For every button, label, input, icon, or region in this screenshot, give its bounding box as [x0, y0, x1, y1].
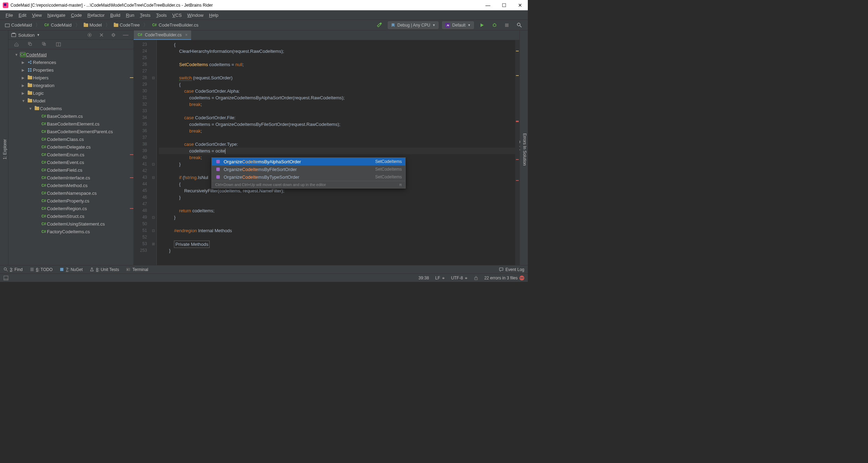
tree-item[interactable]: C#BaseCodeItemElementParent.cs: [8, 128, 133, 135]
tree-item[interactable]: C#CodeItemEvent.cs: [8, 158, 133, 166]
debug-button[interactable]: [490, 22, 499, 28]
tree-item[interactable]: C#BaseCodeItem.cs: [8, 112, 133, 120]
cs-file-icon: C#: [137, 33, 143, 37]
close-button[interactable]: ✕: [515, 2, 525, 9]
close-icon[interactable]: ×: [185, 33, 188, 37]
gear-icon[interactable]: [109, 31, 118, 39]
tree-item[interactable]: C#CodeItemNamespace.cs: [8, 189, 133, 197]
tool-terminal[interactable]: Terminal: [126, 267, 148, 272]
line-ending[interactable]: LF ≑: [435, 276, 445, 280]
breadcrumb-item[interactable]: C#CodeTreeBuilder.cs: [150, 22, 200, 28]
tree-item[interactable]: C#CodeItemField.cs: [8, 166, 133, 174]
tab-structure[interactable]: Structure: [0, 137, 2, 162]
solution-tree[interactable]: ▼C#CodeMaid▶References▶Properties▶Helper…: [8, 49, 133, 265]
tree-item[interactable]: ▶Logic: [8, 89, 133, 97]
minimize-button[interactable]: —: [483, 2, 493, 9]
sort-icon[interactable]: [40, 41, 49, 48]
stop-button[interactable]: [503, 22, 511, 28]
hide-icon[interactable]: —: [121, 31, 131, 39]
code-content[interactable]: { ClearHierarchyInformation(request.RawC…: [157, 40, 515, 265]
build-hammer-icon[interactable]: [374, 22, 384, 29]
tree-item[interactable]: C#CodeItemClass.cs: [8, 135, 133, 143]
menu-window[interactable]: Window: [184, 12, 206, 19]
editor[interactable]: 2324252627282930313233343536373839404142…: [134, 40, 519, 265]
menu-run[interactable]: Run: [123, 12, 137, 19]
expand-icon[interactable]: [97, 31, 106, 39]
maximize-button[interactable]: ☐: [499, 2, 509, 9]
menu-tools[interactable]: Tools: [153, 12, 169, 19]
run-button[interactable]: [477, 22, 486, 28]
svg-rect-34: [28, 70, 29, 72]
method-icon: [215, 174, 221, 180]
tree-item[interactable]: C#CodeItemRegion.cs: [8, 205, 133, 212]
tree-item[interactable]: ▶References: [8, 58, 133, 66]
title-bar: CodeMaid [C:\repos\codemaid-master] - ..…: [0, 0, 528, 10]
search-icon[interactable]: [514, 22, 524, 29]
collapse-all-icon[interactable]: [26, 41, 35, 48]
encoding[interactable]: UTF-8 ≑: [451, 276, 468, 280]
tab-errors-in-solution[interactable]: Errors In Solution: [522, 130, 528, 169]
menu-help[interactable]: Help: [206, 12, 221, 19]
cursor-position[interactable]: 39:38: [419, 276, 429, 280]
tree-item[interactable]: C#CodeItemStruct.cs: [8, 212, 133, 220]
breadcrumb-item[interactable]: Model: [82, 22, 103, 28]
menu-vcs[interactable]: VCS: [169, 12, 184, 19]
chevron-down-icon[interactable]: ▼: [37, 33, 40, 37]
tree-item[interactable]: C#CodeItemInterface.cs: [8, 174, 133, 181]
completion-item[interactable]: OrganizeCodeItemsByFileSortOrderSetCodeI…: [212, 165, 405, 173]
tree-item[interactable]: C#CodeItemEnum.cs: [8, 151, 133, 158]
svg-rect-33: [30, 68, 31, 70]
run-config-label: Default: [452, 23, 465, 28]
editor-tab[interactable]: C# CodeTreeBuilder.cs ×: [134, 30, 191, 40]
fold-gutter[interactable]: ⊟⊡⊟⊡⊡⊞: [150, 40, 157, 265]
svg-rect-46: [4, 276, 8, 280]
menu-refactor[interactable]: Refactor: [85, 12, 107, 19]
breadcrumb-item[interactable]: CodeMaid: [4, 22, 33, 28]
error-count[interactable]: 22 errors in 3 files —: [484, 276, 524, 280]
preview-icon[interactable]: [54, 41, 63, 48]
menu-tests[interactable]: Tests: [137, 12, 153, 19]
completion-popup[interactable]: OrganizeCodeItemsByAlphaSortOrderSetCode…: [211, 157, 406, 188]
build-config-dropdown[interactable]: Debug | Any CPU ▼: [388, 21, 439, 29]
menu-build[interactable]: Build: [107, 12, 123, 19]
tree-item[interactable]: ▶Integration: [8, 81, 133, 89]
tree-item[interactable]: ▼C#CodeMaid: [8, 51, 133, 58]
menu-edit[interactable]: Edit: [16, 12, 29, 19]
svg-rect-32: [28, 68, 29, 70]
window-title: CodeMaid [C:\repos\codemaid-master] - ..…: [10, 3, 483, 8]
tree-item[interactable]: C#CodeItemDelegate.cs: [8, 143, 133, 151]
tool-unittests[interactable]: 8: Unit Tests: [90, 267, 119, 272]
menu-navigate[interactable]: Navigate: [44, 12, 68, 19]
tree-item[interactable]: ▶Helpers: [8, 74, 133, 81]
tree-item[interactable]: ▼Model: [8, 97, 133, 105]
menu-code[interactable]: Code: [68, 12, 85, 19]
home-icon[interactable]: [12, 41, 21, 48]
run-config-dropdown[interactable]: .N Default ▼: [442, 21, 474, 29]
breadcrumb-item[interactable]: C#CodeMaid: [42, 22, 73, 28]
breadcrumb-item[interactable]: CodeTree: [112, 22, 141, 28]
tree-item[interactable]: C#CodeItemUsingStatement.cs: [8, 220, 133, 228]
menu-file[interactable]: File: [3, 12, 16, 19]
tree-item[interactable]: C#FactoryCodeItems.cs: [8, 228, 133, 235]
tab-explorer[interactable]: 1: Explorer: [2, 136, 8, 163]
tree-item[interactable]: C#CodeItemMethod.cs: [8, 181, 133, 189]
completion-item[interactable]: OrganizeCodeItemsByAlphaSortOrderSetCode…: [212, 158, 405, 165]
svg-text:.N: .N: [446, 24, 449, 27]
menu-view[interactable]: View: [29, 12, 44, 19]
error-stripe[interactable]: [515, 40, 519, 265]
svg-line-40: [6, 270, 8, 271]
layout-icon[interactable]: [4, 276, 8, 280]
event-log-button[interactable]: Event Log: [499, 267, 524, 272]
left-tool-tabs: 1: Explorer Structure 2: Favorites: [0, 30, 8, 265]
tool-todo[interactable]: 6: TODO: [30, 267, 53, 272]
tool-nuget[interactable]: 7: NuGet: [59, 267, 83, 272]
completion-item[interactable]: OrganizeCodeItemsByTypeSortOrderSetCodeI…: [212, 173, 405, 181]
lock-icon[interactable]: [474, 276, 478, 280]
tool-find[interactable]: 3: Find: [4, 267, 23, 272]
tree-item[interactable]: C#CodeItemProperty.cs: [8, 197, 133, 205]
target-icon[interactable]: [85, 31, 94, 39]
tree-item[interactable]: ▶Properties: [8, 66, 133, 74]
tree-item[interactable]: C#BaseCodeItemElement.cs: [8, 120, 133, 128]
tree-item[interactable]: ▼CodeItems: [8, 105, 133, 112]
build-config-label: Debug | Any CPU: [397, 23, 430, 28]
